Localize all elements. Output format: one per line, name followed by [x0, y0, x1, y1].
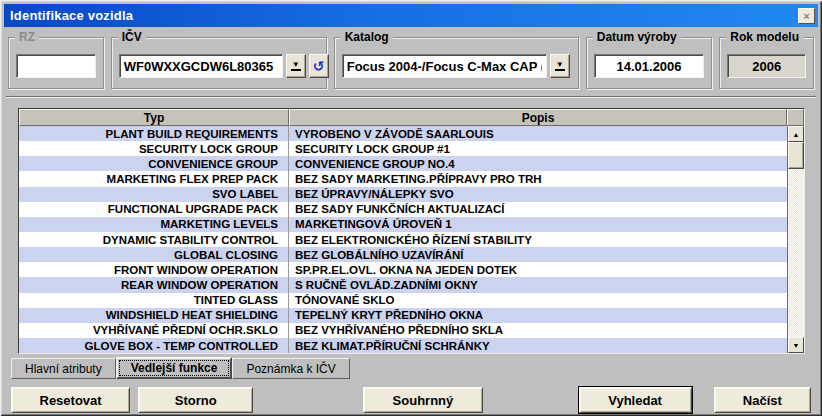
datum-vyroby-groupbox: Datum výroby — [586, 37, 713, 89]
datum-vyroby-input[interactable] — [594, 54, 705, 78]
fields-row: RZ IČV ▼ ↺ Katalog ▼ Datum výroby Rok mo… — [8, 37, 814, 89]
table-row[interactable]: FRONT WINDOW OPERATIONSP.PR.EL.OVL. OKNA… — [19, 262, 787, 277]
popis-cell: BEZ ELEKTRONICKÉHO ŘÍZENÍ STABILITY — [289, 232, 787, 247]
typ-cell: MARKETING LEVELS — [19, 217, 289, 232]
titlebar: Identifikace vozidla × — [4, 4, 818, 27]
typ-cell: DYNAMIC STABILITY CONTROL — [19, 232, 289, 247]
popis-cell: CONVENIENCE GROUP NO.4 — [289, 156, 787, 171]
resetovat-button[interactable]: Resetovat — [11, 387, 130, 413]
rz-label: RZ — [15, 30, 39, 44]
table-row[interactable]: SECURITY LOCK GROUPSECURITY LOCK GROUP #… — [19, 141, 787, 156]
close-button[interactable]: × — [798, 8, 815, 24]
table-row[interactable]: TINTED GLASSTÓNOVANÉ SKLO — [19, 293, 787, 308]
typ-cell: SECURITY LOCK GROUP — [19, 141, 289, 156]
table-row[interactable]: REAR WINDOW OPERATIONS RUČNĚ OVLÁD.ZADNÍ… — [19, 277, 787, 292]
typ-column-header: Typ — [19, 109, 289, 126]
popis-cell: SP.PR.EL.OVL. OKNA NA JEDEN DOTEK — [289, 262, 787, 277]
table-row[interactable]: DYNAMIC STABILITY CONTROLBEZ ELEKTRONICK… — [19, 232, 787, 247]
dropdown-icon: ▼ — [555, 61, 565, 71]
typ-cell: GLOVE BOX - TEMP CONTROLLED — [19, 338, 289, 353]
vyhledat-button[interactable]: Vyhledat — [579, 387, 692, 413]
popis-cell: BEZ SADY FUNKČNÍCH AKTUALIZACÍ — [289, 202, 787, 217]
table-row[interactable]: FUNCTIONAL UPGRADE PACKBEZ SADY FUNKČNÍC… — [19, 202, 787, 217]
icv-label: IČV — [118, 30, 146, 44]
typ-cell: REAR WINDOW OPERATION — [19, 277, 289, 292]
rz-groupbox: RZ — [8, 37, 104, 89]
table-row[interactable]: PLANT BUILD REQUIREMENTSVYROBENO V ZÁVOD… — [19, 126, 787, 141]
tab-vedlejsi-funkce[interactable]: Vedlejší funkce — [116, 357, 233, 379]
horizontal-separator — [6, 96, 816, 98]
attribute-table: Typ Popis PLANT BUILD REQUIREMENTSVYROBE… — [18, 108, 805, 354]
table-row[interactable]: WINDSHIELD HEAT SHIELDINGTEPELNÝ KRYT PŘ… — [19, 308, 787, 323]
datum-vyroby-label: Datum výroby — [593, 30, 681, 44]
nacist-button[interactable]: Načíst — [714, 387, 811, 413]
undo-icon: ↺ — [313, 59, 325, 73]
table-row[interactable]: MARKETING LEVELSMARKETINGOVÁ ÚROVEŇ 1 — [19, 217, 787, 232]
header-corner — [787, 109, 804, 126]
popis-cell: BEZ ÚPRAVY/NÁLEPKY SVO — [289, 187, 787, 202]
tab-label: Hlavní atributy — [25, 362, 102, 376]
icv-groupbox: IČV ▼ ↺ — [111, 37, 327, 89]
scroll-down-icon: ▼ — [793, 342, 800, 349]
typ-cell: PLANT BUILD REQUIREMENTS — [19, 126, 289, 141]
scrollbar-track[interactable] — [788, 142, 804, 337]
popis-cell: SECURITY LOCK GROUP #1 — [289, 141, 787, 156]
tab-label: Vedlejší funkce — [131, 361, 218, 375]
storno-button[interactable]: Storno — [138, 387, 253, 413]
popis-cell: BEZ SADY MARKETING.PŘÍPRAVY PRO TRH — [289, 171, 787, 186]
typ-cell: CONVENIENCE GROUP — [19, 156, 289, 171]
typ-cell: FUNCTIONAL UPGRADE PACK — [19, 202, 289, 217]
rz-input[interactable] — [16, 54, 96, 78]
table-row[interactable]: CONVENIENCE GROUPCONVENIENCE GROUP NO.4 — [19, 156, 787, 171]
typ-cell: TINTED GLASS — [19, 293, 289, 308]
attribute-table-body: PLANT BUILD REQUIREMENTSVYROBENO V ZÁVOD… — [19, 126, 787, 353]
popis-cell: MARKETINGOVÁ ÚROVEŇ 1 — [289, 217, 787, 232]
tab-poznamka-k-icv[interactable]: Poznámka k IČV — [232, 358, 349, 379]
vertical-scrollbar[interactable]: ▲ ▼ — [787, 126, 804, 353]
typ-cell: WINDSHIELD HEAT SHIELDING — [19, 308, 289, 323]
popis-cell: TÓNOVANÉ SKLO — [289, 293, 787, 308]
rok-modelu-value: 2006 — [727, 54, 806, 78]
typ-cell: MARKETING FLEX PREP PACK — [19, 171, 289, 186]
table-row[interactable]: SVO LABELBEZ ÚPRAVY/NÁLEPKY SVO — [19, 187, 787, 202]
tab-label: Poznámka k IČV — [246, 362, 335, 376]
popis-cell: BEZ KLIMAT.PŘÍRUČNÍ SCHRÁNKY — [289, 338, 787, 353]
popis-cell: BEZ VYHŘÍVANÉHO PŘEDNÍHO SKLA — [289, 323, 787, 338]
katalog-input[interactable] — [342, 54, 547, 78]
typ-cell: FRONT WINDOW OPERATION — [19, 262, 289, 277]
tab-hlavni-atributy[interactable]: Hlavní atributy — [11, 358, 116, 379]
popis-cell: BEZ GLOBÁLNÍHO UZAVÍRÁNÍ — [289, 247, 787, 262]
scroll-down-button[interactable]: ▼ — [788, 337, 804, 353]
typ-cell: VYHŘÍVANÉ PŘEDNÍ OCHR.SKLO — [19, 323, 289, 338]
table-header: Typ Popis — [19, 109, 804, 126]
table-row[interactable]: GLOBAL CLOSINGBEZ GLOBÁLNÍHO UZAVÍRÁNÍ — [19, 247, 787, 262]
window-title: Identifikace vozidla — [10, 8, 798, 23]
close-icon: × — [803, 10, 809, 22]
rok-modelu-groupbox: Rok modelu 2006 — [719, 37, 814, 89]
tabstrip: Hlavní atributy Vedlejší funkce Poznámka… — [11, 358, 819, 379]
popis-cell: TEPELNÝ KRYT PŘEDNÍHO OKNA — [289, 308, 787, 323]
button-bar: Resetovat Storno Souhrnný Vyhledat Načís… — [11, 387, 811, 413]
dropdown-icon: ▼ — [291, 61, 301, 71]
table-row[interactable]: VYHŘÍVANÉ PŘEDNÍ OCHR.SKLOBEZ VYHŘÍVANÉH… — [19, 323, 787, 338]
icv-dropdown-button[interactable]: ▼ — [286, 54, 306, 78]
icv-undo-button[interactable]: ↺ — [309, 54, 329, 78]
identification-dialog: Identifikace vozidla × RZ IČV ▼ ↺ Katalo… — [0, 0, 822, 416]
table-row[interactable]: GLOVE BOX - TEMP CONTROLLEDBEZ KLIMAT.PŘ… — [19, 338, 787, 353]
table-row[interactable]: MARKETING FLEX PREP PACKBEZ SADY MARKETI… — [19, 171, 787, 186]
katalog-groupbox: Katalog ▼ — [334, 37, 579, 89]
rok-modelu-label: Rok modelu — [726, 30, 803, 44]
icv-input[interactable] — [119, 54, 283, 78]
typ-cell: GLOBAL CLOSING — [19, 247, 289, 262]
souhrnny-button[interactable]: Souhrnný — [363, 387, 482, 413]
katalog-dropdown-button[interactable]: ▼ — [550, 54, 570, 78]
scrollbar-thumb[interactable] — [788, 142, 804, 169]
typ-cell: SVO LABEL — [19, 187, 289, 202]
popis-cell: VYROBENO V ZÁVODĚ SAARLOUIS — [289, 126, 787, 141]
scroll-up-button[interactable]: ▲ — [788, 126, 804, 142]
katalog-label: Katalog — [341, 30, 393, 44]
popis-column-header: Popis — [289, 109, 787, 126]
scroll-up-icon: ▲ — [793, 131, 800, 138]
popis-cell: S RUČNĚ OVLÁD.ZADNÍMI OKNY — [289, 277, 787, 292]
